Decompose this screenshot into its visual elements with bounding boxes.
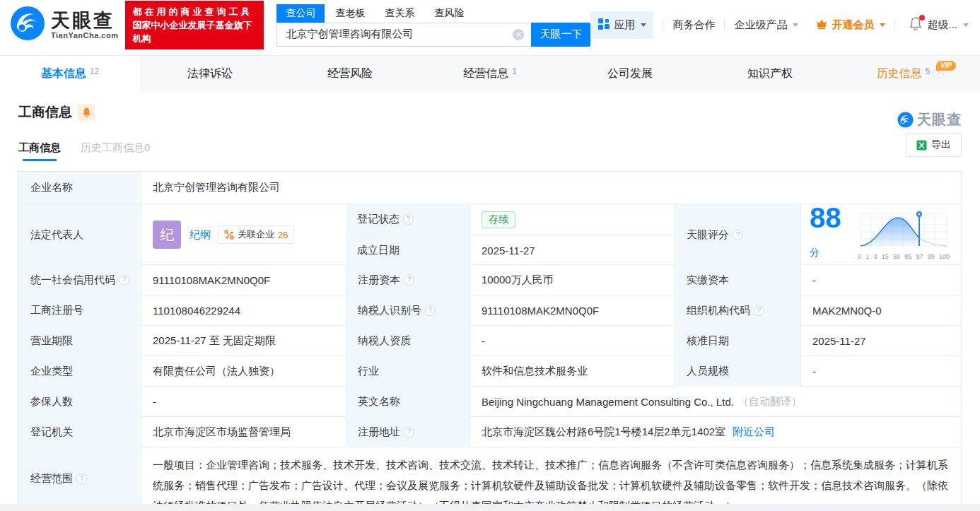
search-tab-risk[interactable]: 查风险: [425, 4, 473, 23]
help-icon[interactable]: ?: [403, 214, 414, 225]
vip-badge: VIP: [936, 61, 956, 71]
related-companies-badge[interactable]: 关联企业 26: [218, 225, 294, 244]
insured-count-value: -: [141, 387, 346, 417]
tab-label: 基本信息: [41, 66, 86, 81]
tab-count: 12: [90, 66, 99, 76]
clear-search-icon[interactable]: ✕: [513, 29, 524, 40]
export-button[interactable]: 导出: [906, 133, 962, 157]
uscc-value: 91110108MAK2MN0Q0F: [141, 265, 346, 295]
tab-basic-info[interactable]: 基本信息 12: [0, 56, 140, 92]
established-date-value: 2025-11-27: [469, 235, 675, 266]
tab-label: 公司发展: [607, 66, 653, 81]
company-type-value: 有限责任公司（法人独资）: [141, 356, 346, 387]
nav-cooperation[interactable]: 商务合作: [672, 18, 715, 32]
field-label: 天眼评分: [687, 228, 729, 242]
field-label-wrap: 组织机构代码 ?: [675, 295, 800, 326]
company-name-value: 北京宁创管理咨询有限公司: [141, 172, 961, 204]
chevron-down-icon: [641, 23, 646, 27]
table-row: 登记机关 北京市海淀区市场监督管理局 注册地址 ? 北京市海淀区魏公村路6号院1…: [19, 416, 961, 447]
staff-size-value: -: [800, 356, 961, 387]
nav-open-membership[interactable]: 开通会员: [815, 18, 885, 32]
brand-name: 天眼查: [51, 10, 118, 31]
search-tab-boss[interactable]: 查老板: [326, 4, 374, 23]
top-header: 天眼查 TianYanCha.com 都在用的商业查询工具 国家中小企业发展子基…: [0, 0, 980, 49]
field-label: 营业期限: [19, 326, 141, 356]
business-term-value: 2025-11-27 至 无固定期限: [141, 326, 346, 356]
subscribe-bell-icon[interactable]: [78, 104, 95, 121]
status-date-stack: 登记状态 ? 存续 成立日期 2025-11-27: [346, 204, 675, 265]
table-row: 参保人数 - 英文名称 Beijing Ningchuang Managemen…: [19, 386, 961, 416]
score-axis-ticks: 0131550859799100: [858, 253, 950, 260]
field-label: 法定代表人: [19, 204, 141, 265]
approval-date-value: 2025-11-27: [800, 326, 961, 356]
slogan-line2: 国家中小企业发展子基金旗下机构: [132, 18, 257, 45]
search-tab-relation[interactable]: 查关系: [375, 4, 424, 23]
table-row: 工商注册号 110108046229244 纳税人识别号 ? 91110108M…: [19, 295, 961, 325]
field-label: 成立日期: [346, 235, 469, 266]
tianyancha-swirl-icon: [10, 6, 45, 44]
registration-number-value: 110108046229244: [141, 295, 346, 326]
company-tab-bar: 基本信息 12 法律诉讼 经营风险 经营信息 1 公司发展 知识产权 历史信息 …: [0, 55, 980, 92]
field-label-wrap: 经营范围 ?: [19, 447, 141, 510]
export-label: 导出: [931, 139, 951, 151]
help-icon[interactable]: ?: [754, 305, 764, 316]
search-button[interactable]: 天眼一下: [531, 23, 590, 47]
search-area: 查公司 查老板 查关系 查风险 ✕ 天眼一下: [276, 4, 590, 47]
field-label: 登记状态: [357, 213, 399, 226]
divider: [894, 19, 895, 30]
field-label-wrap: 注册地址 ?: [346, 417, 469, 447]
tianyancha-logo[interactable]: 天眼查 TianYanCha.com: [10, 6, 118, 44]
nav-apps[interactable]: 应用: [590, 11, 653, 39]
search-tab-company[interactable]: 查公司: [276, 4, 325, 23]
field-label: 人员规模: [675, 356, 800, 387]
subtab-business-info[interactable]: 工商信息: [18, 141, 61, 155]
watermark-text: 天眼查: [917, 110, 962, 129]
tab-operation-risk[interactable]: 经营风险: [280, 56, 420, 92]
nav-enterprise[interactable]: 企业级产品: [734, 18, 798, 32]
tab-history-info[interactable]: 历史信息 5 ? VIP: [840, 56, 980, 92]
field-label: 英文名称: [346, 387, 469, 417]
tab-label: 经营信息: [463, 66, 508, 81]
help-icon[interactable]: ?: [119, 275, 129, 286]
tab-operation-info[interactable]: 经营信息 1: [420, 56, 560, 92]
paid-capital-value: -: [800, 265, 961, 295]
field-label-wrap: 注册资本 ?: [346, 265, 469, 295]
tab-label: 历史信息: [877, 66, 922, 81]
nav-account[interactable]: 超级...: [927, 18, 969, 32]
related-companies-count: 26: [278, 230, 288, 240]
status-cell: 存续: [469, 204, 675, 235]
score-distribution-chart: 0131550859799100: [858, 209, 950, 260]
business-info-section: 工商信息 天眼查 工商信息 历史工商信息0 导出 企业: [0, 103, 980, 510]
field-label: 企业类型: [19, 356, 141, 387]
chevron-down-icon: [880, 23, 885, 27]
field-label: 企业名称: [19, 172, 141, 204]
field-label: 组织机构代码: [687, 304, 750, 317]
network-icon: [224, 230, 234, 240]
help-icon[interactable]: ?: [425, 305, 436, 316]
brand-domain: TianYanCha.com: [51, 31, 118, 40]
table-row: 企业类型 有限责任公司（法人独资） 行业 软件和信息技术服务业 人员规模 -: [19, 356, 961, 386]
field-label: 实缴资本: [675, 265, 800, 295]
legal-rep-link[interactable]: 纪纲: [189, 228, 211, 242]
help-icon[interactable]: ?: [76, 474, 87, 484]
slogan-banner: 都在用的商业查询工具 国家中小企业发展子基金旗下机构: [125, 1, 264, 49]
tab-company-development[interactable]: 公司发展: [560, 56, 700, 92]
field-label-wrap: 登记状态 ?: [346, 204, 469, 235]
field-label: 注册地址: [358, 425, 400, 439]
help-icon[interactable]: ?: [404, 427, 414, 437]
nav-enterprise-label: 企业级产品: [734, 18, 787, 32]
notification-bell-icon[interactable]: [909, 16, 923, 33]
notification-dot: [919, 15, 925, 20]
table-row: 经营范围 ? 一般项目：企业管理咨询；技术服务、技术开发、技术咨询、技术交流、技…: [19, 447, 961, 509]
field-label-wrap: 统一社会信用代码 ?: [19, 265, 141, 295]
help-icon[interactable]: ?: [404, 275, 414, 286]
help-icon[interactable]: ?: [733, 230, 743, 240]
nearby-companies-link[interactable]: 附近公司: [733, 425, 775, 439]
tab-intellectual-property[interactable]: 知识产权: [700, 56, 840, 92]
tab-legal-litigation[interactable]: 法律诉讼: [140, 56, 280, 92]
search-input[interactable]: [276, 23, 531, 47]
search-tabs: 查公司 查老板 查关系 查风险: [276, 4, 590, 23]
apps-grid-icon: [597, 18, 610, 33]
subtab-history-business-info[interactable]: 历史工商信息0: [81, 141, 150, 155]
tab-count: 1: [512, 66, 517, 76]
